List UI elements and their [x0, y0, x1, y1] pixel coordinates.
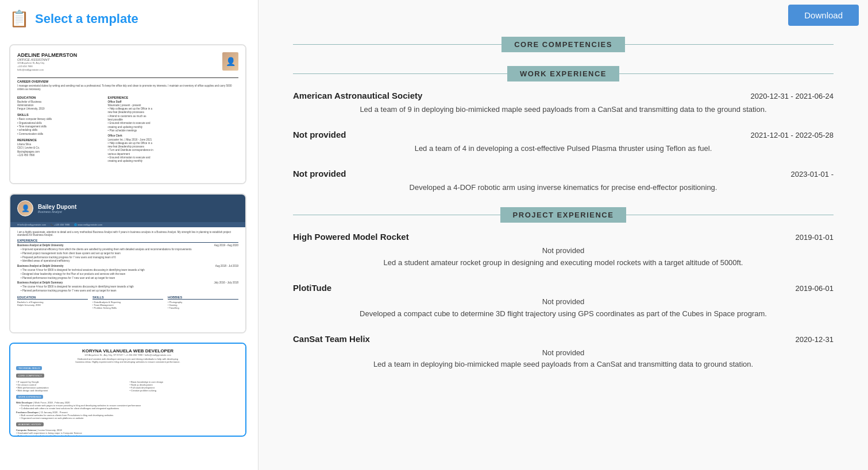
section-label-project: PROJECT EXPERIENCE	[500, 207, 627, 223]
section-label-work: WORK EXPERIENCE	[507, 66, 619, 81]
entry-desc2-proj3: Not provided	[293, 347, 834, 359]
main-content: CORE COMPETENCIES WORK EXPERIENCE Americ…	[259, 0, 868, 470]
section-line-left-proj	[293, 215, 500, 215]
entry-desc-2: Led a team of 4 in developing a cost-eff…	[293, 143, 834, 155]
entry-desc-proj2: Developed a compact cube to determine 3D…	[293, 308, 834, 320]
template-card-koryna[interactable]: KORYNA VILLANUELA WEB DEVELOPER 123 Anyw…	[9, 343, 246, 437]
template-icon: 📋	[9, 9, 29, 28]
section-core-competencies: CORE COMPETENCIES	[293, 37, 834, 52]
entry-desc-proj1: Led a student amateur rocket group in de…	[293, 257, 834, 269]
entry-org-1: American Astronautical Society	[293, 91, 422, 100]
entry-desc2-proj1: Not provided	[293, 245, 834, 257]
entry-date-proj3: 2020-12-31	[796, 335, 834, 344]
entry-cansat-helix: CanSat Team Helix 2020-12-31 Not provide…	[293, 334, 834, 371]
section-work-experience: WORK EXPERIENCE	[293, 66, 834, 81]
entry-org-2: Not provided	[293, 130, 346, 139]
template-list: ADELINE PALMERSTON OFFICE ASSISTANT 123 …	[9, 44, 249, 437]
entry-not-provided-1: Not provided 2021-12-01 - 2022-05-28 Led…	[293, 130, 834, 155]
section-project-experience: PROJECT EXPERIENCE	[293, 207, 834, 223]
entry-org-proj1: High Powered Model Rocket	[293, 232, 409, 242]
entry-high-powered-rocket: High Powered Model Rocket 2019-01-01 Not…	[293, 232, 834, 269]
entry-desc-1: Led a team of 9 in deploying bio-mimicke…	[293, 104, 834, 116]
template-sidebar: 📋 Select a template ADELINE PALMERSTON O…	[0, 0, 259, 470]
sidebar-header: 📋 Select a template	[9, 9, 249, 33]
entry-desc2-proj2: Not provided	[293, 296, 834, 308]
entry-not-provided-2: Not provided 2023-01-01 - Developed a 4-…	[293, 169, 834, 194]
header-bar: Download	[779, 0, 868, 30]
entry-american-astro: American Astronautical Society 2020-12-3…	[293, 91, 834, 116]
entry-org-proj2: PlotiTude	[293, 283, 331, 293]
entry-org-3: Not provided	[293, 169, 346, 178]
section-line-left-work	[293, 73, 507, 74]
entry-date-3: 2023-01-01 -	[791, 170, 834, 178]
template-card-bailey[interactable]: 👤 Bailey Dupont Business Analyst ✉ hello…	[9, 193, 246, 333]
section-line-right	[625, 44, 834, 45]
entry-date-1: 2020-12-31 - 2021-06-24	[750, 92, 834, 100]
section-line-right-work	[619, 73, 834, 74]
entry-plotitude: PlotiTude 2019-06-01 Not provided Develo…	[293, 283, 834, 320]
entry-date-2: 2021-12-01 - 2022-05-28	[750, 131, 834, 139]
entry-desc-3: Developed a 4-DOF robotic arm using inve…	[293, 182, 834, 194]
entry-org-proj3: CanSat Team Helix	[293, 334, 370, 344]
entry-date-proj2: 2019-06-01	[796, 284, 834, 293]
entry-desc-proj3: Led a team in deploying bio-mimicked map…	[293, 359, 834, 371]
sidebar-title: Select a template	[35, 11, 138, 26]
template-card-adeline[interactable]: ADELINE PALMERSTON OFFICE ASSISTANT 123 …	[9, 44, 246, 184]
section-label-core: CORE COMPETENCIES	[501, 37, 625, 52]
download-button[interactable]: Download	[788, 5, 859, 26]
entry-date-proj1: 2019-01-01	[796, 233, 834, 242]
section-line-right-proj	[626, 215, 834, 215]
section-line-left	[293, 44, 501, 45]
